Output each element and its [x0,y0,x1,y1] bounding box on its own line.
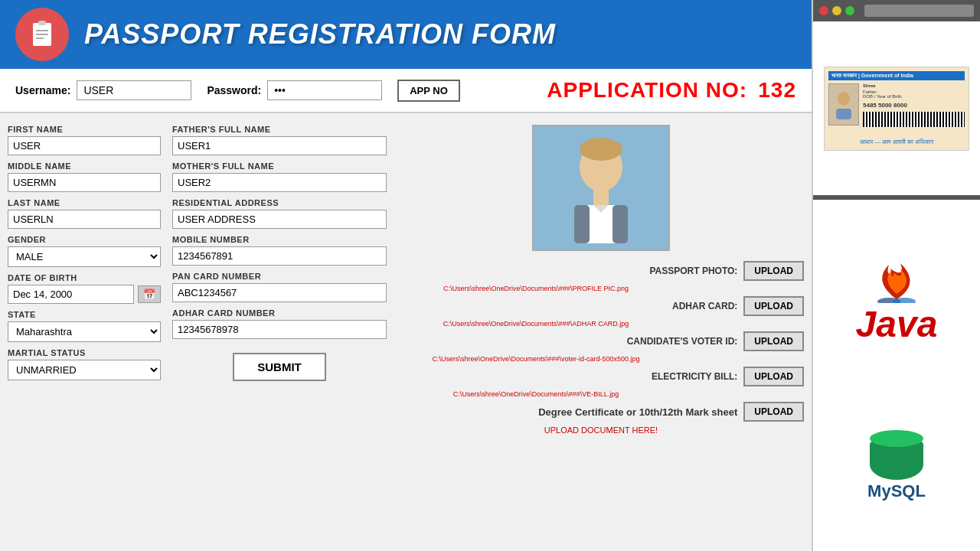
last-name-group: LAST NAME [8,198,161,229]
browser-minimize-btn[interactable] [832,6,841,15]
browser-close-btn[interactable] [819,6,828,15]
aadhaar-card: भारत सरकार | Government of India Shree F… [824,67,969,151]
adhar-input[interactable] [172,320,387,339]
last-name-label: LAST NAME [8,198,161,207]
voter-id-row: CANDIDATE'S VOTER ID: UPLOAD [398,331,804,351]
browser-address-bar[interactable] [864,5,974,17]
adhar-group: ADHAR CARD NUMBER [172,308,387,339]
fathers-name-input[interactable] [172,136,387,155]
app-no-button[interactable]: APP NO [397,80,460,102]
mothers-name-label: MOTHER'S FULL NAME [172,161,387,171]
upload-section: PASSPORT PHOTO: UPLOAD C:\Users\shree\On… [398,261,804,435]
passport-photo-upload-btn[interactable]: UPLOAD [743,261,804,281]
svg-point-12 [838,92,850,106]
mobile-input[interactable] [172,246,387,266]
mothers-name-input[interactable] [172,173,387,192]
java-text: Java [856,303,938,345]
passport-photo-label: PASSPORT PHOTO: [398,266,737,276]
header: PASSPORT REGISTRATION FORM [0,0,812,69]
last-name-input[interactable] [8,210,161,229]
degree-upload-btn[interactable]: UPLOAD [743,402,804,422]
dob-input[interactable] [8,285,134,304]
electricity-upload-btn[interactable]: UPLOAD [743,367,804,386]
mobile-group: MOBILE NUMBER [172,235,387,266]
svg-point-6 [580,138,622,161]
electricity-row: ELECTRICITY BILL: UPLOAD [398,367,804,386]
address-input[interactable] [172,210,387,229]
address-group: RESIDENTIAL ADDRESS [172,198,387,229]
upload-doc-text: UPLOAD DOCUMENT HERE! [398,425,804,435]
application-number: 132 [758,78,796,102]
aadhaar-barcode [863,112,965,127]
header-icon [15,8,69,61]
application-label: APPLICATION NO: [547,78,747,102]
voter-id-upload-btn[interactable]: UPLOAD [743,331,804,351]
gender-select[interactable]: MALE FEMALE OTHER [8,246,161,267]
svg-rect-1 [38,21,46,25]
svg-rect-8 [593,188,609,205]
state-select[interactable]: Maharashtra Delhi Karnataka Tamil Nadu [8,321,161,342]
aadhaar-footer: आधार — आम आदमी का अधिकार [828,139,965,146]
password-input[interactable] [267,80,382,100]
browser-bar [813,0,980,21]
gender-group: GENDER MALE FEMALE OTHER [8,235,161,267]
java-logo: Java [856,249,938,345]
dob-label: DATE OF BIRTH [8,273,161,282]
svg-rect-2 [36,30,48,31]
svg-rect-11 [612,205,628,243]
voter-id-path: C:\Users\shree\OneDrive\Documents\###\vo… [398,355,674,363]
aadhaar-photo [828,83,859,126]
middle-name-input[interactable] [8,173,161,192]
middle-name-group: MIDDLE NAME [8,161,161,192]
first-name-group: FIRST NAME [8,125,161,155]
mysql-text: MySQL [867,481,926,501]
pan-input[interactable] [172,283,387,302]
submit-row: SUBMIT [172,353,387,381]
marital-group: MARTIAL STATUS UNMARRIED MARRIED DIVORCE… [8,348,161,380]
db-cylinder-group [870,430,923,480]
photo-preview [532,125,670,251]
aadhaar-body: Shree Father: DOB / Year of Birth 5485 5… [828,83,965,136]
username-input[interactable] [77,80,191,100]
gender-label: GENDER [8,235,161,244]
degree-label: Degree Certificate or 10th/12th Mark she… [398,406,737,418]
passport-photo-row: PASSPORT PHOTO: UPLOAD [398,261,804,281]
db-top [870,430,923,447]
main-area: PASSPORT REGISTRATION FORM Username: Pas… [0,0,812,551]
password-field: Password: [207,80,382,100]
aadhaar-section: भारत सरकार | Government of India Shree F… [813,21,980,197]
password-label: Password: [207,84,261,96]
right-column: PASSPORT PHOTO: UPLOAD C:\Users\shree\On… [398,125,804,540]
dob-group: DATE OF BIRTH 📅 [8,273,161,304]
adhar-card-upload-btn[interactable]: UPLOAD [743,296,804,316]
calendar-button[interactable]: 📅 [138,285,161,303]
pan-group: PAN CARD NUMBER [172,272,387,302]
clipboard-icon [27,19,57,50]
header-title: PASSPORT REGISTRATION FORM [84,18,556,51]
browser-maximize-btn[interactable] [845,6,854,15]
svg-rect-10 [574,205,590,243]
application-number-display: APPLICATION NO: 132 [547,78,796,103]
aadhaar-header: भारत सरकार | Government of India [828,71,965,80]
login-section: Username: Password: APP NO APPLICATION N… [0,69,812,113]
passport-photo-path: C:\Users\shree\OneDrive\Documents\###\PR… [398,285,674,292]
adhar-card-label: ADHAR CARD: [398,301,737,311]
fathers-name-label: FATHER'S FULL NAME [172,125,387,134]
java-mysql-section: Java MySQL [813,197,980,551]
submit-button[interactable]: SUBMIT [233,353,326,381]
first-name-input[interactable] [8,136,161,155]
aadhaar-info: Shree Father: DOB / Year of Birth 5485 5… [863,83,965,136]
form-body: FIRST NAME MIDDLE NAME LAST NAME GENDER … [0,113,812,551]
dob-row: 📅 [8,285,161,304]
left-column: FIRST NAME MIDDLE NAME LAST NAME GENDER … [8,125,161,540]
svg-rect-3 [36,34,48,35]
marital-select[interactable]: UNMARRIED MARRIED DIVORCED [8,360,161,380]
first-name-label: FIRST NAME [8,125,161,134]
aadhaar-avatar [831,89,856,119]
adhar-card-row: ADHAR CARD: UPLOAD [398,296,804,316]
state-label: STATE [8,310,161,319]
username-label: Username: [15,84,70,96]
svg-rect-13 [836,109,851,119]
middle-column: FATHER'S FULL NAME MOTHER'S FULL NAME RE… [172,125,387,540]
svg-rect-4 [36,37,44,39]
